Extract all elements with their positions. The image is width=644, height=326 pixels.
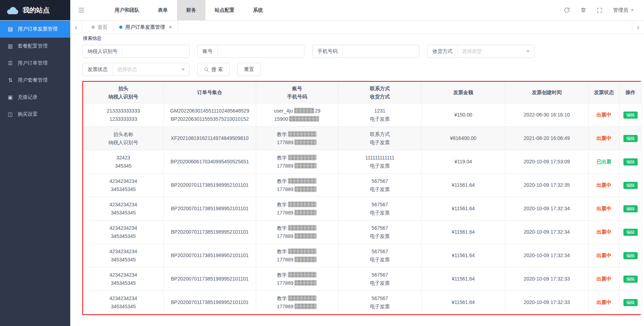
edit-button[interactable]: 编辑	[623, 158, 638, 165]
top-nav-item[interactable]: 用户和团队	[105, 0, 149, 20]
admin-dropdown[interactable]: 管理员	[613, 7, 634, 13]
search-row-2: 发票状态 选择状态 搜 索 重置	[82, 63, 644, 76]
user-package-icon: ⇅	[7, 77, 13, 83]
search-icon	[204, 67, 209, 72]
chevron-down-icon	[631, 9, 634, 11]
phone-number: 177889	[258, 185, 337, 194]
tab-label: 用户订单发票管理	[125, 24, 165, 31]
invoice-created-time: 2020-10-09 17:53:09	[524, 159, 570, 164]
top-nav-item[interactable]: 财务	[177, 0, 205, 20]
top-nav-item[interactable]: 系统	[244, 0, 272, 20]
edit-button[interactable]: 编辑	[623, 205, 638, 212]
sidebar-item[interactable]: ⇅用户套餐管理	[0, 72, 70, 89]
redacted-text	[288, 202, 317, 207]
tab-item[interactable]: 用户订单发票管理×	[114, 21, 178, 34]
trash-icon[interactable]	[580, 7, 586, 13]
package-config-icon: ▥	[7, 43, 13, 49]
invoice-created-time: 2020-10-09 17:32:34	[524, 206, 570, 211]
cloud-icon	[6, 6, 19, 15]
invoice-status-select[interactable]: 选择状态	[113, 63, 189, 76]
taxpayer-id-value: 345345345	[85, 256, 162, 264]
sidebar-item-label: 充值记录	[18, 94, 38, 100]
invoice-table-body: 213333333333 1233333333 GM20220630145511…	[83, 103, 642, 314]
invoice-amount: ¥11561.64	[452, 252, 475, 258]
order-number-list: BP20200701173851989952101101	[164, 174, 256, 197]
delivery-method-select[interactable]: 选择类型	[458, 45, 534, 58]
invoice-management-icon: ▤	[7, 26, 13, 32]
column-header-actions: 操作	[620, 82, 642, 103]
close-icon[interactable]: ×	[169, 24, 172, 30]
edit-button[interactable]: 编辑	[623, 299, 638, 306]
account-number: 教学	[258, 271, 337, 279]
redacted-text	[295, 280, 317, 286]
edit-button[interactable]: 编辑	[623, 276, 638, 283]
order-number-list: BP20200701173851989952101101	[164, 244, 256, 267]
redacted-text	[288, 295, 317, 301]
edit-button[interactable]: 编辑	[623, 252, 638, 259]
invoice-amount: ¥11561.64	[452, 276, 475, 282]
main-area: ‹ 首页用户订单发票管理× › 搜索信息 纳税人识别号 账号 手机号码	[70, 21, 644, 326]
site-logo: 我的站点	[0, 0, 70, 20]
invoice-amount: ¥119.04	[455, 159, 472, 164]
search-button[interactable]: 搜 索	[197, 63, 230, 76]
phone-input[interactable]	[343, 45, 419, 58]
top-nav-item[interactable]: 站点配置	[205, 0, 244, 20]
collapse-menu-icon[interactable]	[70, 0, 93, 20]
account-label: 账号	[198, 45, 218, 58]
fullscreen-icon[interactable]	[597, 7, 602, 13]
chevron-right-icon[interactable]: ›	[632, 21, 644, 34]
chevron-left-icon[interactable]: ‹	[70, 21, 82, 34]
sidebar-item[interactable]: ▤用户订单发票管理	[0, 21, 70, 38]
sidebar-item[interactable]: ▥套餐配置管理	[0, 38, 70, 55]
tab-item[interactable]: 首页	[86, 21, 114, 34]
delivery-method-value: 电子发票	[340, 138, 420, 147]
taxpayer-id-input[interactable]	[123, 45, 189, 58]
phone-number: 15900	[258, 115, 337, 123]
phone-number: 177889	[258, 138, 337, 147]
order-number-list: BP20200701173851989952101101	[164, 221, 256, 244]
order-number-list: BP20200701173851989952101101	[164, 291, 256, 314]
invoice-created-time: 2020-10-09 17:32:34	[524, 252, 570, 258]
order-number-list: XF20210819162114974849509810	[164, 127, 256, 150]
reset-button[interactable]: 重置	[237, 63, 261, 76]
invoice-status-placeholder: 选择状态	[117, 66, 137, 73]
edit-button[interactable]: 编辑	[623, 229, 638, 236]
recharge-record-icon: ▣	[7, 94, 13, 100]
redacted-text	[289, 116, 319, 121]
refresh-icon[interactable]	[564, 7, 570, 13]
top-nav: 用户和团队表单财务站点配置系统	[105, 0, 272, 20]
taxpayer-id-value: 1233333333	[85, 115, 162, 123]
invoice-status: 出票中	[596, 135, 611, 141]
table-header-row: 抬头纳税人识别号 订单号集合 账号手机号码 联系方式收货方式 发票金额 发票创建…	[83, 82, 642, 103]
invoice-title: 抬头名称	[85, 130, 162, 138]
column-header-title: 抬头纳税人识别号	[83, 82, 164, 103]
sidebar-item[interactable]: ▣充值记录	[0, 89, 70, 106]
invoice-amount: ¥11561.64	[452, 229, 475, 235]
sidebar-item-label: 用户订单管理	[18, 60, 48, 66]
taxpayer-id-group: 纳税人识别号	[82, 45, 189, 58]
search-row-1: 纳税人识别号 账号 手机号码 收货方式 选择类型	[82, 45, 644, 58]
table-row: 213333333333 1233333333 GM20220630145511…	[83, 103, 642, 127]
taxpayer-id-value: 345345345	[85, 185, 162, 194]
tab-label: 首页	[98, 24, 108, 31]
edit-button[interactable]: 编辑	[623, 182, 638, 189]
edit-button[interactable]: 编辑	[623, 135, 638, 142]
top-nav-item[interactable]: 表单	[149, 0, 177, 20]
edit-button[interactable]: 编辑	[623, 112, 638, 119]
delivery-method-value: 电子发票	[340, 279, 420, 287]
order-number-list: BP20200701173851989952101101	[164, 267, 256, 291]
column-header-amount: 发票金额	[422, 82, 505, 103]
account-input[interactable]	[218, 45, 304, 58]
redacted-text	[288, 272, 317, 277]
table-row: 32423 345345 BP2020060617034099545052565…	[83, 150, 642, 174]
sidebar-item[interactable]: ☰用户订单管理	[0, 55, 70, 72]
invoice-status: 已出票	[596, 159, 611, 164]
invoice-amount: ¥11561.64	[452, 299, 475, 305]
order-number-list: GM20220630145511102485648529BP2022063011…	[164, 103, 256, 127]
invoice-status: 出票中	[596, 112, 611, 118]
invoice-title: 4234234234	[85, 224, 162, 232]
sidebar-item[interactable]: ◫购买设置	[0, 106, 70, 123]
tab-bar: ‹ 首页用户订单发票管理× ›	[70, 21, 644, 34]
delivery-method-value: 电子发票	[340, 256, 420, 264]
phone-number: 177889	[258, 232, 337, 240]
